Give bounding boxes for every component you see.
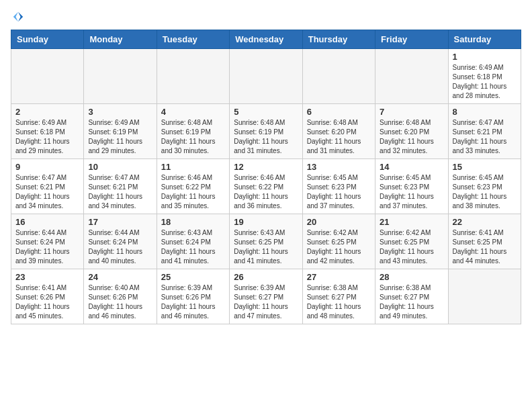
calendar-cell: 1Sunrise: 6:49 AM Sunset: 6:18 PM Daylig… bbox=[448, 49, 521, 104]
day-info: Sunrise: 6:48 AM Sunset: 6:20 PM Dayligh… bbox=[307, 118, 371, 156]
calendar-header-tuesday: Tuesday bbox=[157, 30, 229, 49]
day-info: Sunrise: 6:49 AM Sunset: 6:18 PM Dayligh… bbox=[453, 63, 517, 101]
calendar-cell: 26Sunrise: 6:39 AM Sunset: 6:27 PM Dayli… bbox=[230, 269, 302, 324]
day-number: 18 bbox=[161, 217, 225, 227]
calendar-week-row: 2Sunrise: 6:49 AM Sunset: 6:18 PM Daylig… bbox=[11, 104, 521, 159]
calendar-cell: 9Sunrise: 6:47 AM Sunset: 6:21 PM Daylig… bbox=[11, 159, 84, 214]
calendar-header-friday: Friday bbox=[375, 30, 448, 49]
calendar-cell: 4Sunrise: 6:48 AM Sunset: 6:19 PM Daylig… bbox=[157, 104, 229, 159]
day-info: Sunrise: 6:47 AM Sunset: 6:21 PM Dayligh… bbox=[88, 173, 152, 211]
calendar-cell: 12Sunrise: 6:46 AM Sunset: 6:22 PM Dayli… bbox=[230, 159, 302, 214]
day-number: 20 bbox=[307, 217, 371, 227]
calendar-cell: 5Sunrise: 6:48 AM Sunset: 6:19 PM Daylig… bbox=[230, 104, 302, 159]
day-number: 16 bbox=[15, 217, 79, 227]
day-info: Sunrise: 6:49 AM Sunset: 6:19 PM Dayligh… bbox=[88, 118, 152, 156]
calendar-header-saturday: Saturday bbox=[448, 30, 521, 49]
day-info: Sunrise: 6:43 AM Sunset: 6:24 PM Dayligh… bbox=[161, 228, 225, 266]
day-info: Sunrise: 6:47 AM Sunset: 6:21 PM Dayligh… bbox=[15, 173, 79, 211]
calendar-cell bbox=[11, 49, 84, 104]
header bbox=[11, 11, 521, 23]
calendar-cell bbox=[84, 49, 157, 104]
day-info: Sunrise: 6:48 AM Sunset: 6:19 PM Dayligh… bbox=[161, 118, 225, 156]
calendar-cell bbox=[375, 49, 448, 104]
day-info: Sunrise: 6:46 AM Sunset: 6:22 PM Dayligh… bbox=[234, 173, 298, 211]
calendar-week-row: 9Sunrise: 6:47 AM Sunset: 6:21 PM Daylig… bbox=[11, 159, 521, 214]
calendar-cell: 23Sunrise: 6:41 AM Sunset: 6:26 PM Dayli… bbox=[11, 269, 84, 324]
day-info: Sunrise: 6:49 AM Sunset: 6:18 PM Dayligh… bbox=[15, 118, 79, 156]
day-number: 24 bbox=[88, 272, 152, 282]
calendar-cell bbox=[302, 49, 375, 104]
calendar: SundayMondayTuesdayWednesdayThursdayFrid… bbox=[11, 30, 521, 324]
calendar-cell: 14Sunrise: 6:45 AM Sunset: 6:23 PM Dayli… bbox=[375, 159, 448, 214]
day-number: 3 bbox=[88, 107, 152, 117]
calendar-cell: 2Sunrise: 6:49 AM Sunset: 6:18 PM Daylig… bbox=[11, 104, 84, 159]
day-info: Sunrise: 6:43 AM Sunset: 6:25 PM Dayligh… bbox=[234, 228, 298, 266]
day-info: Sunrise: 6:45 AM Sunset: 6:23 PM Dayligh… bbox=[380, 173, 443, 211]
calendar-cell: 27Sunrise: 6:38 AM Sunset: 6:27 PM Dayli… bbox=[302, 269, 375, 324]
calendar-cell: 19Sunrise: 6:43 AM Sunset: 6:25 PM Dayli… bbox=[230, 214, 302, 269]
day-number: 19 bbox=[234, 217, 298, 227]
day-info: Sunrise: 6:42 AM Sunset: 6:25 PM Dayligh… bbox=[380, 228, 443, 266]
day-number: 2 bbox=[15, 107, 79, 117]
day-number: 13 bbox=[307, 162, 371, 172]
logo-icon bbox=[12, 11, 24, 23]
calendar-cell: 10Sunrise: 6:47 AM Sunset: 6:21 PM Dayli… bbox=[84, 159, 157, 214]
svg-marker-1 bbox=[13, 12, 18, 21]
day-info: Sunrise: 6:41 AM Sunset: 6:26 PM Dayligh… bbox=[15, 283, 79, 321]
calendar-cell: 11Sunrise: 6:46 AM Sunset: 6:22 PM Dayli… bbox=[157, 159, 229, 214]
calendar-header-wednesday: Wednesday bbox=[230, 30, 302, 49]
day-number: 26 bbox=[234, 272, 298, 282]
day-number: 6 bbox=[307, 107, 371, 117]
logo bbox=[11, 11, 24, 23]
calendar-cell: 25Sunrise: 6:39 AM Sunset: 6:26 PM Dayli… bbox=[157, 269, 229, 324]
calendar-cell: 3Sunrise: 6:49 AM Sunset: 6:19 PM Daylig… bbox=[84, 104, 157, 159]
day-number: 27 bbox=[307, 272, 371, 282]
day-info: Sunrise: 6:42 AM Sunset: 6:25 PM Dayligh… bbox=[307, 228, 371, 266]
calendar-cell: 13Sunrise: 6:45 AM Sunset: 6:23 PM Dayli… bbox=[302, 159, 375, 214]
calendar-cell: 20Sunrise: 6:42 AM Sunset: 6:25 PM Dayli… bbox=[302, 214, 375, 269]
day-info: Sunrise: 6:38 AM Sunset: 6:27 PM Dayligh… bbox=[307, 283, 371, 321]
day-info: Sunrise: 6:38 AM Sunset: 6:27 PM Dayligh… bbox=[380, 283, 443, 321]
calendar-header-monday: Monday bbox=[84, 30, 157, 49]
calendar-cell: 24Sunrise: 6:40 AM Sunset: 6:26 PM Dayli… bbox=[84, 269, 157, 324]
calendar-cell bbox=[448, 269, 521, 324]
day-number: 8 bbox=[453, 107, 517, 117]
day-info: Sunrise: 6:45 AM Sunset: 6:23 PM Dayligh… bbox=[453, 173, 517, 211]
calendar-cell: 17Sunrise: 6:44 AM Sunset: 6:24 PM Dayli… bbox=[84, 214, 157, 269]
day-number: 21 bbox=[380, 217, 443, 227]
day-info: Sunrise: 6:44 AM Sunset: 6:24 PM Dayligh… bbox=[15, 228, 79, 266]
calendar-week-row: 16Sunrise: 6:44 AM Sunset: 6:24 PM Dayli… bbox=[11, 214, 521, 269]
day-info: Sunrise: 6:44 AM Sunset: 6:24 PM Dayligh… bbox=[88, 228, 152, 266]
day-number: 23 bbox=[15, 272, 79, 282]
calendar-header-sunday: Sunday bbox=[11, 30, 84, 49]
day-info: Sunrise: 6:48 AM Sunset: 6:20 PM Dayligh… bbox=[380, 118, 443, 156]
day-number: 7 bbox=[380, 107, 443, 117]
calendar-cell: 6Sunrise: 6:48 AM Sunset: 6:20 PM Daylig… bbox=[302, 104, 375, 159]
calendar-cell bbox=[157, 49, 229, 104]
day-number: 10 bbox=[88, 162, 152, 172]
calendar-cell: 18Sunrise: 6:43 AM Sunset: 6:24 PM Dayli… bbox=[157, 214, 229, 269]
calendar-cell: 15Sunrise: 6:45 AM Sunset: 6:23 PM Dayli… bbox=[448, 159, 521, 214]
calendar-week-row: 23Sunrise: 6:41 AM Sunset: 6:26 PM Dayli… bbox=[11, 269, 521, 324]
day-number: 14 bbox=[380, 162, 443, 172]
day-info: Sunrise: 6:40 AM Sunset: 6:26 PM Dayligh… bbox=[88, 283, 152, 321]
calendar-header-thursday: Thursday bbox=[302, 30, 375, 49]
day-info: Sunrise: 6:39 AM Sunset: 6:26 PM Dayligh… bbox=[161, 283, 225, 321]
calendar-cell: 8Sunrise: 6:47 AM Sunset: 6:21 PM Daylig… bbox=[448, 104, 521, 159]
day-info: Sunrise: 6:39 AM Sunset: 6:27 PM Dayligh… bbox=[234, 283, 298, 321]
day-number: 15 bbox=[453, 162, 517, 172]
calendar-cell: 28Sunrise: 6:38 AM Sunset: 6:27 PM Dayli… bbox=[375, 269, 448, 324]
day-number: 22 bbox=[453, 217, 517, 227]
day-info: Sunrise: 6:45 AM Sunset: 6:23 PM Dayligh… bbox=[307, 173, 371, 211]
day-number: 1 bbox=[453, 52, 517, 62]
day-number: 11 bbox=[161, 162, 225, 172]
day-number: 12 bbox=[234, 162, 298, 172]
day-number: 5 bbox=[234, 107, 298, 117]
calendar-cell: 16Sunrise: 6:44 AM Sunset: 6:24 PM Dayli… bbox=[11, 214, 84, 269]
day-info: Sunrise: 6:41 AM Sunset: 6:25 PM Dayligh… bbox=[453, 228, 517, 266]
calendar-header-row: SundayMondayTuesdayWednesdayThursdayFrid… bbox=[11, 30, 521, 49]
calendar-cell bbox=[230, 49, 302, 104]
calendar-cell: 21Sunrise: 6:42 AM Sunset: 6:25 PM Dayli… bbox=[375, 214, 448, 269]
day-info: Sunrise: 6:46 AM Sunset: 6:22 PM Dayligh… bbox=[161, 173, 225, 211]
day-number: 25 bbox=[161, 272, 225, 282]
